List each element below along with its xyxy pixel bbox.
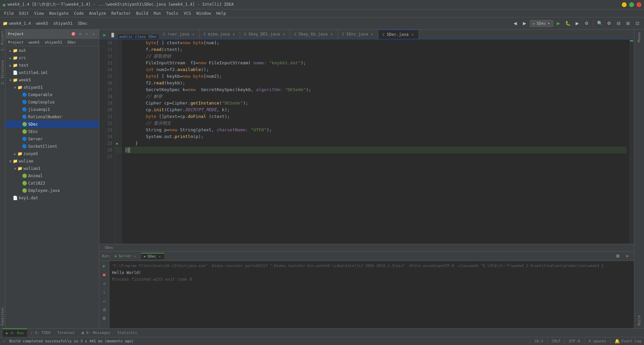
bottom-tab-messages[interactable]: ▣ 0: Messages: [78, 329, 114, 337]
bc-project[interactable]: Project: [8, 40, 23, 45]
tab-skey-kb[interactable]: C Skey_kb.java ×: [290, 29, 338, 39]
run-settings-btn[interactable]: ⚙: [614, 252, 622, 260]
tree-item-senc[interactable]: ▶ 🟢 SEnc: [5, 128, 99, 135]
structure-panel-toggle[interactable]: 2: Structure: [1, 60, 4, 84]
tree-item-wuliao[interactable]: ▼ 📁 wuliao: [5, 157, 99, 165]
run-rerun-btn[interactable]: ↺: [101, 280, 108, 287]
tab-close-btn[interactable]: ×: [191, 32, 195, 36]
bottom-tab-terminal[interactable]: Terminal: [54, 329, 78, 337]
tab-skey-des[interactable]: C Skey_DES.java ×: [240, 29, 290, 39]
menu-refactor[interactable]: Refactor: [109, 10, 133, 16]
tab-rver-java[interactable]: C rver.java ×: [159, 29, 200, 39]
coverage-btn[interactable]: ▶: [573, 19, 581, 27]
menu-run[interactable]: Run: [151, 10, 164, 16]
tab-close-btn[interactable]: ×: [411, 32, 415, 37]
bc-shiyan51[interactable]: shiyan51: [45, 40, 62, 45]
run-print-btn[interactable]: 🖨: [101, 306, 108, 313]
tree-item-rationalnumber[interactable]: ▶ 🔵 RationalNumber: [5, 113, 99, 121]
bc-week5[interactable]: week5: [29, 40, 40, 45]
menu-tools[interactable]: Tools: [164, 10, 181, 16]
indent[interactable]: 4 spaces: [588, 339, 606, 343]
menu-view[interactable]: View: [32, 10, 47, 16]
minimize-btn[interactable]: ─: [622, 2, 627, 7]
tree-item-complexplus[interactable]: ▶ 🔵 Complexplus: [5, 98, 99, 106]
run-stop-btn[interactable]: ■: [101, 271, 108, 278]
project-panel-toggle[interactable]: 1: Project: [1, 31, 4, 51]
event-log[interactable]: 🔔 Event Log: [614, 339, 641, 344]
run-scroll-end-btn[interactable]: ↓: [101, 288, 108, 296]
bottom-tab-statistic[interactable]: Statistic: [114, 329, 141, 337]
tree-item-key1dat[interactable]: ▶ 📄 key1.dat: [5, 194, 99, 202]
tree-item-wuliao1[interactable]: ▼ 📁 wuliao1: [5, 165, 99, 172]
code-editor[interactable]: byte[ ] ctext=new byte[num]; f.read(ctex…: [122, 40, 629, 244]
run-tab-close-server[interactable]: ×: [133, 254, 137, 258]
panel-locate-btn[interactable]: 🎯: [71, 31, 76, 37]
toolbar-shiyan51[interactable]: shiyan51: [53, 21, 73, 26]
run-close-btn[interactable]: ×: [623, 252, 631, 260]
debug-btn[interactable]: 🐛: [564, 19, 572, 27]
maximize-btn[interactable]: □: [629, 2, 634, 7]
favorites-panel-toggle[interactable]: Favorites: [1, 307, 4, 326]
bottom-tab-run[interactable]: ▶ 4: Run: [3, 329, 27, 337]
cursor-position[interactable]: 26:2: [534, 339, 543, 343]
bottom-tab-todo[interactable]: ✓ 6: TODO: [27, 329, 54, 337]
tab-sdec-java[interactable]: C SDec.java ×: [378, 29, 419, 39]
run-tab-close-sdec[interactable]: ×: [158, 255, 162, 259]
tree-item-out[interactable]: ▶ 📁 out: [5, 47, 99, 54]
run-wrap-btn[interactable]: ↵: [101, 297, 108, 304]
encoding[interactable]: UTF-8: [569, 339, 580, 343]
menu-code[interactable]: Code: [71, 10, 87, 16]
panel-expand-btn[interactable]: +: [84, 31, 90, 37]
forward-btn[interactable]: ▶: [521, 19, 529, 27]
profile-btn[interactable]: ⚙: [583, 19, 591, 27]
back-btn[interactable]: ◀: [511, 19, 519, 27]
run-tab-server[interactable]: ▶ Server ×: [112, 253, 140, 259]
tree-item-animal[interactable]: ▶ 🟢 Animal: [5, 172, 99, 180]
maven-toggle[interactable]: Maven: [637, 32, 641, 42]
tree-item-sdec[interactable]: ▶ 🟢 SDec: [5, 121, 99, 128]
menu-edit[interactable]: Edit: [16, 10, 32, 16]
run-play-btn[interactable]: ▶: [101, 262, 108, 270]
menu-navigate[interactable]: Navigate: [47, 10, 71, 16]
toolbar-sdec[interactable]: SDec: [78, 21, 88, 26]
tree-item-week5[interactable]: ▼ 📁 week5: [5, 76, 99, 84]
run-clear-btn[interactable]: 🗑: [101, 315, 108, 322]
menu-window[interactable]: Window: [194, 10, 213, 16]
close-btn[interactable]: ×: [637, 2, 641, 7]
line-ending[interactable]: CRLF: [552, 339, 561, 343]
tree-item-comparable[interactable]: ▶ 🔵 Comparable: [5, 91, 99, 98]
tab-close-btn[interactable]: ×: [330, 32, 334, 36]
split-btn[interactable]: ⊡: [633, 19, 641, 27]
tree-item-server[interactable]: ▶ 🔵 Server: [5, 135, 99, 143]
menu-build[interactable]: Build: [133, 10, 151, 16]
tab-run-btn[interactable]: ▶: [101, 31, 109, 39]
menu-analyze[interactable]: Analyze: [86, 10, 109, 16]
tree-item-jisuanqi[interactable]: ▶ 🔵 jisuanqi1: [5, 106, 99, 113]
tab-close-btn[interactable]: ×: [370, 32, 374, 36]
search-btn[interactable]: 🔍: [596, 19, 604, 27]
tree-item-src[interactable]: ▶ 📁 src: [5, 54, 99, 62]
tab-close-btn[interactable]: ×: [282, 32, 286, 36]
bc-sdec[interactable]: SDec: [67, 40, 76, 45]
layout-btn[interactable]: ⊞: [624, 19, 632, 27]
tab-mima-java[interactable]: C mima.java ×: [200, 29, 240, 39]
view-options-btn[interactable]: ⊟: [614, 19, 623, 27]
panel-settings-btn[interactable]: ⚙: [77, 31, 83, 37]
tree-item-cat1823[interactable]: ▶ 🟢 Cat1823: [5, 180, 99, 187]
tree-item-socketclient[interactable]: ▶ 🔵 SocketClient: [5, 143, 99, 150]
menu-help[interactable]: Help: [214, 10, 229, 16]
toolbar-project-name[interactable]: week4_1.4: [9, 21, 31, 26]
tab-close-btn[interactable]: ×: [232, 32, 236, 36]
tree-item-iml[interactable]: 📄 untitled.iml: [5, 69, 99, 76]
tab-senc-java[interactable]: C SEnc.java ×: [338, 29, 379, 39]
menu-vcs[interactable]: VCS: [181, 10, 194, 16]
panel-close-btn[interactable]: ×: [91, 31, 96, 37]
run-btn[interactable]: ▶: [554, 19, 562, 27]
toolbar-week5[interactable]: week5: [36, 21, 48, 26]
tree-item-test[interactable]: ▶ 📁 test: [5, 62, 99, 69]
tab-debug-btn[interactable]: ▐▌: [109, 31, 117, 39]
tree-item-zuoye5[interactable]: ▶ 📁 zuoye5: [5, 150, 99, 157]
tree-item-employee[interactable]: ▶ 🟢 Employee.java: [5, 187, 99, 194]
run-class-dropdown[interactable]: ▶ SDec ▾: [530, 20, 553, 27]
tree-item-shiyan51[interactable]: ▼ 📁 shiyan51: [5, 84, 99, 91]
